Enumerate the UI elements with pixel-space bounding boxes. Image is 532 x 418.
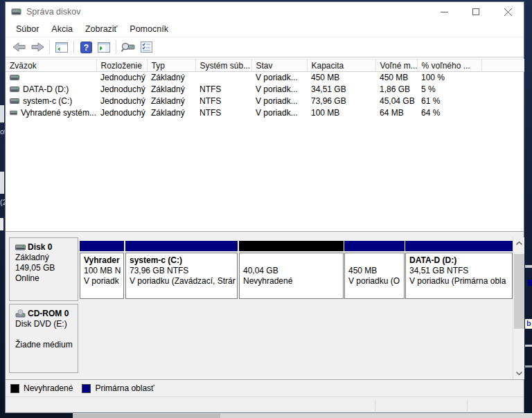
scroll-up-icon[interactable] [513, 237, 525, 249]
partition-title: DATA-D (D:) [409, 255, 512, 266]
menu-action[interactable]: Akcia [45, 22, 79, 36]
cdrom-icon [15, 309, 26, 318]
cell-status: V poriadk... [251, 96, 307, 107]
partition-title: system-c (C:) [130, 255, 237, 266]
show-action-pane-icon[interactable] [96, 39, 112, 55]
header-volume[interactable]: Zväzok [6, 60, 96, 72]
header-free-space[interactable]: Voľné m... [375, 60, 417, 72]
header-layout[interactable]: Rozloženie [96, 60, 147, 72]
vertical-scrollbar[interactable] [513, 237, 524, 379]
partition-status: Nevyhradené [243, 276, 343, 287]
cell-layout: Jednoduchý [96, 96, 147, 107]
cell-percent-free: 64 % [417, 107, 481, 119]
partition-450mb[interactable]: 450 MB V poriadku (O [344, 237, 405, 301]
volume-icon [10, 86, 19, 93]
toolbar: ? [6, 37, 524, 57]
menu-bar: Súbor Akcia Zobraziť Pomocník [6, 21, 524, 37]
cell-filesystem: NTFS [195, 96, 251, 107]
partition-size: 73,96 GB NTFS [130, 266, 237, 276]
partition-color-bar [239, 241, 344, 251]
volumes-list-pane: Zväzok Rozloženie Typ Systém súb... Stav… [6, 59, 524, 231]
table-header-row: Zväzok Rozloženie Typ Systém súb... Stav… [6, 60, 524, 72]
volume-icon [10, 109, 17, 116]
partition-color-bar [80, 241, 124, 251]
partition-title: Vyhrader [84, 255, 123, 266]
disk-icon [15, 244, 26, 251]
statusbar-separator [467, 399, 468, 411]
cell-status: V poriadk... [251, 72, 307, 84]
partition-title [243, 255, 343, 266]
menu-file[interactable]: Súbor [10, 22, 45, 36]
disk0-label-panel[interactable]: Disk 0 Základný 149,05 GB Online [9, 237, 78, 301]
partition-system-c[interactable]: system-c (C:) 73,96 GB NTFS V poriadku (… [125, 237, 238, 301]
desktop: { "window": { "title": "Správa diskov" }… [0, 0, 532, 418]
back-icon[interactable] [11, 39, 28, 55]
cdrom-label-panel[interactable]: CD-ROM 0 Disk DVD (E:) Žiadne médium [9, 304, 78, 373]
partition-system-reserved[interactable]: Vyhrader 100 MB N V poriadk [80, 237, 124, 301]
disk-management-window: Správa diskov Súbor Akcia Zobraziť Pomoc… [5, 1, 524, 413]
header-status[interactable]: Stav [251, 60, 307, 72]
disk-management-app-icon [11, 7, 22, 17]
cell-percent-free: 100 % [417, 72, 481, 84]
header-percent-free[interactable]: % voľného ... [417, 60, 481, 72]
title-bar[interactable]: Správa diskov [6, 2, 524, 21]
maximize-button[interactable] [460, 2, 492, 21]
partition-status: V poriadku (O [348, 276, 404, 287]
header-capacity[interactable]: Kapacita [307, 60, 375, 72]
help-icon[interactable]: ? [78, 39, 94, 55]
desktop-icon-fragment [525, 265, 532, 268]
menu-help[interactable]: Pomocník [123, 22, 175, 36]
cell-type: Základný [147, 107, 195, 119]
cell-percent-free: 5 % [417, 84, 481, 96]
partition-data-d[interactable]: DATA-D (D:) 34,51 GB NTFS V poriadku (Pr… [405, 237, 513, 301]
cell-type: Základný [147, 84, 195, 96]
taskbar-strip [0, 413, 532, 418]
table-row[interactable]: system-c (C:) Jednoduchý Základný NTFS V… [6, 96, 524, 107]
toolbar-separator [49, 40, 50, 54]
cell-capacity: 73,96 GB [307, 96, 375, 107]
disk0-partition-area: Vyhrader 100 MB N V poriadk system-c (C:… [78, 237, 513, 301]
legend-label: Primárna oblasť [95, 383, 154, 393]
table-row[interactable]: DATA-D (D:) Jednoduchý Základný NTFS V p… [6, 84, 524, 96]
cell-capacity: 100 MB [307, 107, 375, 119]
desktop-icon-fragment [0, 172, 4, 194]
partition-size: 100 MB N [84, 266, 123, 276]
rescan-disks-icon[interactable] [120, 39, 136, 55]
window-title: Správa diskov [26, 7, 81, 17]
toolbar-separator [116, 40, 116, 54]
forward-icon[interactable] [29, 39, 46, 55]
table-row[interactable]: Jednoduchý Základný V poriadk... 450 MB … [6, 72, 524, 84]
partition-unallocated[interactable]: 40,04 GB Nevyhradené [239, 237, 344, 301]
partition-size: 450 MB [348, 266, 404, 276]
desktop-icon-fragment [528, 280, 532, 286]
volume-name: DATA-D (D:) [23, 84, 69, 94]
minimize-button[interactable] [428, 2, 460, 21]
table-row[interactable]: Vyhradené systém... Jednoduchý Základný … [6, 107, 524, 119]
menu-view[interactable]: Zobraziť [79, 22, 123, 36]
cell-filler [481, 107, 524, 119]
volumes-table: Zväzok Rozloženie Typ Systém súb... Stav… [6, 59, 524, 119]
partition-color-bar [344, 241, 405, 251]
cell-filler [481, 96, 524, 107]
partition-size: 40,04 GB [243, 266, 343, 276]
scroll-down-icon[interactable] [513, 367, 525, 379]
cdrom-drive: Disk DVD (E:) [15, 319, 78, 329]
show-console-tree-icon[interactable] [53, 39, 70, 55]
cell-type: Základný [147, 96, 195, 107]
header-filesystem[interactable]: Systém súb... [195, 60, 251, 72]
disk0-status: Online [15, 273, 78, 284]
cell-free-space: 45,04 GB [375, 96, 417, 107]
partition-title [348, 255, 404, 266]
close-button[interactable] [492, 2, 524, 21]
cell-layout: Jednoduchý [96, 107, 147, 119]
cdrom-name: CD-ROM 0 [28, 309, 69, 319]
legend-unallocated: Nevyhradené [10, 383, 73, 393]
cell-filesystem: NTFS [195, 84, 251, 96]
properties-icon[interactable] [138, 39, 154, 55]
disk0-type: Základný [15, 253, 78, 263]
cell-capacity: 34,51 GB [307, 84, 375, 96]
partition-status: V poriadku (Primárna obla [409, 276, 512, 287]
scrollbar-thumb[interactable] [514, 254, 524, 329]
header-type[interactable]: Typ [147, 60, 195, 72]
cell-capacity: 450 MB [307, 72, 375, 84]
